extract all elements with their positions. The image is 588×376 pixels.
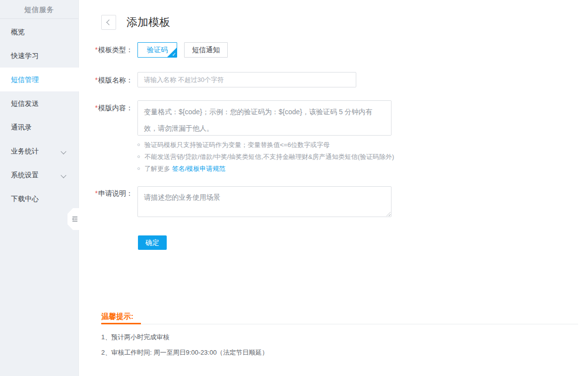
collapse-menu-icon: [71, 216, 78, 222]
tip-item: 1、预计两小时完成审核: [101, 333, 169, 342]
required-asterisk: *: [95, 104, 98, 112]
sidebar: 短信服务 概览 快速学习 短信管理 短信发送 通讯录 业务统计 系统设置 下载中…: [0, 0, 79, 376]
note-variable-rule: 验证码模板只支持验证码作为变量；变量替换值<=6位数字或字母: [137, 139, 394, 151]
sidebar-item-sms-send[interactable]: 短信发送: [0, 91, 78, 115]
checkmark-icon: ✓: [172, 52, 176, 57]
sidebar-item-contacts[interactable]: 通讯录: [0, 115, 78, 139]
type-option-sms-notification[interactable]: 短信通知: [184, 42, 228, 58]
template-type-label: *模板类型：: [69, 46, 133, 55]
sidebar-item-overview[interactable]: 概览: [0, 20, 78, 44]
bullet-icon: [137, 144, 140, 146]
app-root: 短信服务 概览 快速学习 短信管理 短信发送 通讯录 业务统计 系统设置 下载中…: [0, 0, 588, 376]
bullet-icon: [137, 155, 140, 158]
template-name-input[interactable]: [137, 72, 356, 87]
confirm-button[interactable]: 确定: [138, 235, 167, 250]
tip-item: 2、审核工作时间: 周一至周日9:00-23:00（法定节日顺延）: [101, 348, 268, 357]
tips-title: 温馨提示:: [101, 312, 133, 321]
required-asterisk: *: [95, 189, 98, 197]
bullet-icon: [137, 167, 140, 170]
sidebar-collapse-toggle[interactable]: [67, 208, 79, 230]
sidebar-menu: 概览 快速学习 短信管理 短信发送 通讯录 业务统计 系统设置 下载中心: [0, 20, 78, 211]
required-asterisk: *: [95, 76, 98, 84]
template-content-textarea[interactable]: [137, 100, 392, 136]
template-content-label: *模版内容：: [69, 104, 133, 113]
type-option-verification-code[interactable]: 验证码 ✓: [137, 42, 177, 58]
apply-desc-label: *申请说明：: [69, 189, 133, 198]
back-button[interactable]: [101, 15, 116, 30]
note-forbidden-rule: 不能发送营销/贷款/借款/中奖/抽奖类短信,不支持金融理财&房产通知类短信(验证…: [137, 151, 394, 163]
content-notes: 验证码模板只支持验证码作为变量；变量替换值<=6位数字或字母 不能发送营销/贷款…: [137, 139, 394, 175]
sidebar-title: 短信服务: [0, 0, 78, 19]
sidebar-item-system-settings[interactable]: 系统设置: [0, 163, 78, 187]
spec-rules-link[interactable]: 签名/模板申请规范: [172, 165, 226, 172]
note-learn-more: 了解更多 签名/模板申请规范: [137, 163, 394, 175]
page-title: 添加模板: [127, 14, 170, 30]
sidebar-item-quick-learn[interactable]: 快速学习: [0, 44, 78, 68]
sidebar-item-sms-management[interactable]: 短信管理: [0, 68, 79, 91]
required-asterisk: *: [95, 46, 98, 54]
apply-desc-textarea[interactable]: [137, 186, 392, 217]
tips-title-underline: [101, 323, 141, 324]
chevron-down-icon: [61, 172, 66, 178]
tips-divider: [101, 324, 578, 324]
sidebar-item-download-center[interactable]: 下载中心: [0, 187, 78, 211]
template-name-label: *模版名称：: [69, 76, 133, 85]
chevron-down-icon: [61, 149, 66, 154]
chevron-left-icon: [106, 19, 112, 25]
sidebar-item-business-stats[interactable]: 业务统计: [0, 139, 78, 163]
